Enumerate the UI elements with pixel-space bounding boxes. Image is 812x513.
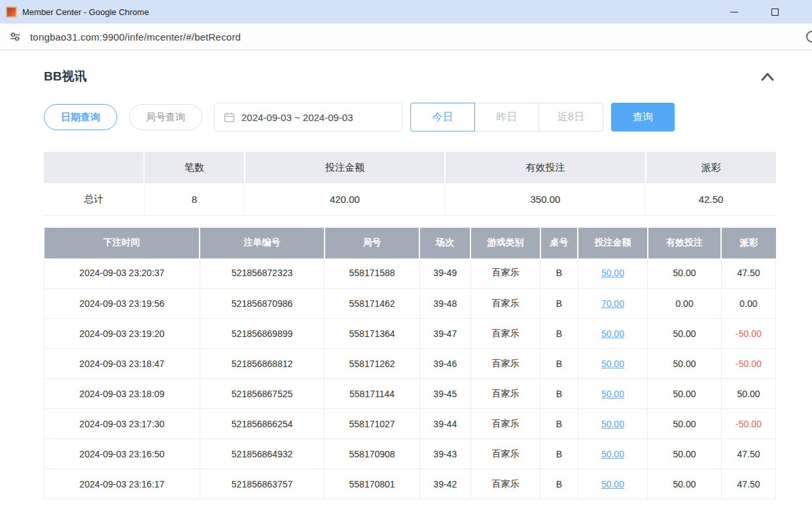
table-row: 2024-09-03 23:18:47 521856868812 5581712…: [44, 349, 776, 379]
bet-amount-link[interactable]: 50.00: [601, 389, 624, 399]
session: 39-47: [419, 319, 470, 349]
bet-time: 2024-09-03 23:19:20: [44, 319, 200, 349]
bet-amount-link[interactable]: 50.00: [601, 359, 624, 369]
game-type: 百家乐: [470, 289, 540, 319]
minimize-button[interactable]: [727, 5, 741, 19]
valid-bet: 50.00: [648, 379, 722, 409]
bet-amount-link[interactable]: 70.00: [601, 298, 624, 309]
payout: -50.00: [721, 349, 775, 379]
bet-id: 521856864932: [200, 439, 325, 469]
summary-header-empty: [44, 152, 144, 183]
round-id: 558171144: [325, 379, 420, 409]
bet-time: 2024-09-03 23:18:47: [44, 349, 200, 379]
summary-header-row: 笔数 投注金额 有效投注 派彩: [44, 152, 776, 183]
table-no: B: [540, 469, 578, 499]
today-button[interactable]: 今日: [410, 103, 475, 132]
profile-icon[interactable]: [806, 31, 812, 43]
date-query-tab[interactable]: 日期查询: [44, 104, 117, 130]
table-no: B: [540, 258, 578, 289]
bet-id: 521856872323: [200, 258, 325, 289]
header-bet-id: 注单编号: [200, 228, 325, 258]
session: 39-42: [419, 469, 470, 499]
collapse-button[interactable]: [759, 69, 776, 84]
session: 39-46: [419, 349, 470, 379]
payout: 0.00: [721, 289, 775, 319]
summary-total-label: 总计: [44, 183, 144, 215]
table-no: B: [540, 319, 578, 349]
bet-time: 2024-09-03 23:17:30: [44, 409, 200, 439]
bet-amount-link[interactable]: 50.00: [601, 419, 624, 429]
game-type: 百家乐: [470, 349, 540, 379]
table-row: 2024-09-03 23:16:17 521856863757 5581708…: [44, 469, 776, 499]
bet-id: 521856867525: [200, 379, 325, 409]
summary-total-valid-bet: 350.00: [445, 183, 646, 215]
session: 39-49: [419, 258, 470, 289]
url-bar[interactable]: tongbao31.com:9900/infe/mcenter/#/betRec…: [0, 24, 812, 50]
bet-amount-link[interactable]: 50.00: [601, 328, 624, 339]
valid-bet: 50.00: [648, 258, 722, 289]
valid-bet: 50.00: [648, 439, 722, 469]
payout: -50.00: [721, 409, 775, 439]
header-session: 场次: [419, 228, 470, 258]
table-row: 2024-09-03 23:19:56 521856870986 5581714…: [44, 289, 776, 319]
table-row: 2024-09-03 23:19:20 521856869899 5581713…: [44, 319, 776, 349]
game-type: 百家乐: [470, 258, 540, 289]
game-type: 百家乐: [470, 409, 540, 439]
header-payout: 派彩: [721, 228, 775, 258]
bet-record-page: BB视讯 日期查询 局号查询 2024-09-03 ~ 2024-09-03 今…: [0, 68, 812, 499]
round-id: 558170908: [325, 439, 420, 469]
bet-time: 2024-09-03 23:16:50: [44, 439, 200, 469]
round-query-tab[interactable]: 局号查询: [129, 104, 202, 130]
summary-header-bet-amount: 投注金额: [245, 152, 446, 183]
maximize-icon: [771, 9, 779, 16]
payout: 47.50: [721, 469, 775, 499]
game-type: 百家乐: [470, 319, 540, 349]
table-row: 2024-09-03 23:20:37 521856872323 5581715…: [44, 258, 776, 289]
maximize-button[interactable]: [768, 5, 782, 19]
bet-amount-link[interactable]: 50.00: [601, 449, 624, 459]
bet-time: 2024-09-03 23:20:37: [44, 258, 200, 289]
table-no: B: [540, 379, 578, 409]
quick-range-group: 今日 昨日 近8日: [410, 103, 603, 132]
valid-bet: 50.00: [648, 409, 722, 439]
summary-total-bet-amount: 420.00: [245, 183, 446, 215]
header-bet-amount: 投注金额: [578, 228, 648, 258]
session: 39-48: [419, 289, 470, 319]
summary-header-count: 笔数: [144, 152, 244, 183]
bet-amount-link[interactable]: 50.00: [601, 268, 624, 278]
date-range-picker[interactable]: 2024-09-03 ~ 2024-09-03: [214, 103, 402, 132]
table-no: B: [540, 289, 578, 319]
section-header: BB视讯: [44, 68, 776, 85]
window-controls: [727, 0, 782, 24]
bet-amount-link[interactable]: 50.00: [601, 479, 624, 489]
url-text[interactable]: tongbao31.com:9900/infe/mcenter/#/betRec…: [30, 31, 241, 43]
browser-titlebar: Member Center - Google Chrome: [0, 0, 812, 24]
bet-time: 2024-09-03 23:18:09: [44, 379, 200, 409]
game-type: 百家乐: [470, 469, 540, 499]
table-no: B: [540, 439, 578, 469]
window-title: Member Center - Google Chrome: [22, 7, 149, 17]
filter-bar: 日期查询 局号查询 2024-09-03 ~ 2024-09-03 今日 昨日 …: [44, 103, 776, 132]
table-no: B: [540, 349, 578, 379]
payout: 47.50: [721, 258, 775, 289]
round-id: 558171027: [325, 409, 420, 439]
header-valid-bet: 有效投注: [648, 228, 722, 258]
table-row: 2024-09-03 23:18:09 521856867525 5581711…: [44, 379, 776, 409]
round-id: 558171262: [325, 349, 420, 379]
last-8-days-button[interactable]: 近8日: [538, 103, 603, 132]
valid-bet: 50.00: [648, 349, 722, 379]
search-button[interactable]: 查询: [611, 103, 675, 132]
summary-header-payout: 派彩: [646, 152, 776, 183]
payout: -50.00: [721, 319, 775, 349]
round-id: 558171364: [325, 319, 420, 349]
valid-bet: 50.00: [648, 469, 722, 499]
payout: 47.50: [721, 439, 775, 469]
summary-header-valid-bet: 有效投注: [445, 152, 646, 183]
game-type: 百家乐: [470, 379, 540, 409]
round-id: 558171462: [325, 289, 420, 319]
section-title: BB视讯: [44, 68, 86, 85]
summary-total-row: 总计 8 420.00 350.00 42.50: [44, 183, 776, 215]
yesterday-button[interactable]: 昨日: [474, 103, 539, 132]
bet-id: 521856869899: [200, 319, 325, 349]
tune-icon[interactable]: [8, 29, 22, 44]
